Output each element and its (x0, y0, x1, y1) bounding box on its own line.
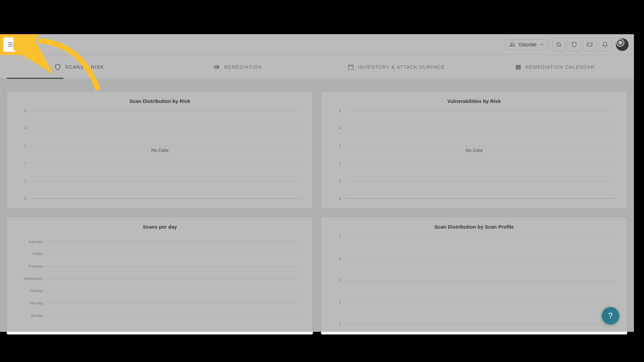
card-scans-per-day: Scans per day Saturday Friday Thursday W… (7, 217, 313, 335)
user-avatar[interactable] (616, 38, 629, 51)
tab-scans-risk[interactable]: SCANS & RISK (0, 55, 159, 79)
tab-remediation[interactable]: REMEDIATION (159, 55, 317, 79)
gridlines (345, 111, 615, 198)
svg-rect-13 (516, 65, 521, 66)
svg-rect-8 (348, 65, 353, 69)
y-axis: 5 4 3 2 1 0 (15, 111, 29, 198)
no-data-label: No Data (151, 147, 168, 153)
no-data-label: No Data (466, 147, 483, 153)
gridlines (31, 111, 301, 198)
card-scan-distribution-profile: Scan Distribution by Scan Profile 5 4 3 … (321, 217, 627, 335)
y-tick: 2 (24, 161, 26, 165)
tab-label: REMEDIATION CALENDAR (526, 64, 595, 70)
chart-vulnerabilities-risk: 5 4 3 2 1 0 No Data (329, 111, 619, 204)
letterbox-right (634, 34, 644, 332)
gridlines (47, 236, 301, 324)
calendar-filled-icon (515, 64, 522, 70)
y-tick: 1 (339, 179, 341, 183)
hamburger-icon (7, 41, 14, 48)
notifications-button[interactable] (598, 38, 612, 51)
card-scan-distribution-risk: Scan Distribution by Risk 5 4 3 2 1 0 (7, 91, 313, 209)
org-selector[interactable]: Ostorlab (505, 39, 549, 50)
y-tick: Friday (33, 252, 43, 256)
tabs: SCANS & RISK REMEDIATION INVENTORY & ATT… (0, 55, 634, 79)
card-title: Scan Distribution by Risk (15, 98, 305, 104)
letterbox-top (0, 0, 644, 34)
gridlines (345, 236, 615, 324)
calendar-icon (347, 64, 354, 70)
help-label: ? (608, 311, 612, 320)
org-label: Ostorlab (519, 42, 536, 47)
search-button[interactable] (552, 38, 566, 51)
shield-icon (571, 42, 577, 48)
tab-inventory[interactable]: INVENTORY & ATTACK SURFACE (317, 55, 476, 79)
chart-scan-distribution-profile: 5 4 3 2 1 (329, 236, 619, 330)
chart-scan-distribution-risk: 5 4 3 2 1 0 No Data (15, 111, 305, 204)
app-container: Ostorlab SCANS & RISK REMEDIATION INVENT… (0, 34, 634, 332)
svg-rect-7 (215, 67, 217, 68)
chart-scans-per-day: Saturday Friday Thursday Wednesday Tuesd… (15, 236, 305, 330)
card-title: Scans per day (15, 224, 305, 230)
y-tick: Tuesday (29, 289, 43, 293)
y-tick: 1 (24, 179, 26, 183)
y-tick: 2 (339, 161, 341, 165)
ticket-icon (587, 42, 593, 48)
shield-outline-icon (54, 64, 61, 70)
card-title: Vulnerabilities by Risk (329, 98, 619, 104)
search-icon (556, 42, 562, 48)
group-icon (509, 42, 515, 48)
y-tick: 5 (339, 234, 341, 238)
shield-button[interactable] (568, 38, 581, 51)
y-axis: 5 4 3 2 1 (329, 236, 343, 324)
y-tick: 4 (339, 256, 341, 260)
bell-icon (602, 42, 608, 48)
y-tick: Monday (30, 301, 43, 305)
y-tick: Saturday (29, 240, 43, 244)
tab-label: REMEDIATION (224, 64, 262, 70)
y-tick: 4 (24, 126, 26, 130)
y-tick: 2 (339, 300, 341, 304)
y-tick: 1 (339, 322, 341, 326)
y-tick: 5 (339, 109, 341, 113)
y-tick: 3 (339, 144, 341, 148)
y-tick: Sunday (31, 313, 43, 317)
card-title: Scan Distribution by Scan Profile (329, 224, 619, 230)
y-axis: 5 4 3 2 1 0 (329, 111, 343, 198)
topbar: Ostorlab (0, 34, 634, 55)
dashboard-content: Scan Distribution by Risk 5 4 3 2 1 0 (0, 79, 634, 347)
svg-point-3 (557, 43, 560, 46)
y-tick: 5 (24, 109, 26, 113)
y-tick: 0 (339, 196, 341, 200)
y-tick: 3 (339, 278, 341, 282)
chevron-down-icon (540, 42, 544, 47)
menu-toggle-button[interactable] (3, 37, 18, 52)
id-card-icon (213, 64, 220, 70)
help-button[interactable]: ? (602, 307, 619, 324)
y-tick: 3 (24, 144, 26, 148)
y-tick: 0 (24, 196, 26, 200)
svg-point-6 (215, 66, 216, 67)
y-tick: Wednesday (24, 277, 43, 281)
hamburger-highlight (0, 34, 21, 55)
y-axis: Saturday Friday Thursday Wednesday Tuesd… (15, 236, 45, 324)
ticket-button[interactable] (583, 38, 596, 51)
tab-remediation-calendar[interactable]: REMEDIATION CALENDAR (476, 55, 634, 79)
brand-logo (23, 39, 36, 51)
tab-label: SCANS & RISK (65, 64, 104, 70)
svg-rect-5 (214, 65, 219, 69)
tab-label: INVENTORY & ATTACK SURFACE (358, 64, 445, 70)
y-tick: 4 (339, 126, 341, 130)
card-vulnerabilities-risk: Vulnerabilities by Risk 5 4 3 2 1 0 (321, 91, 627, 209)
y-tick: Thursday (28, 264, 43, 268)
svg-line-4 (560, 46, 561, 47)
